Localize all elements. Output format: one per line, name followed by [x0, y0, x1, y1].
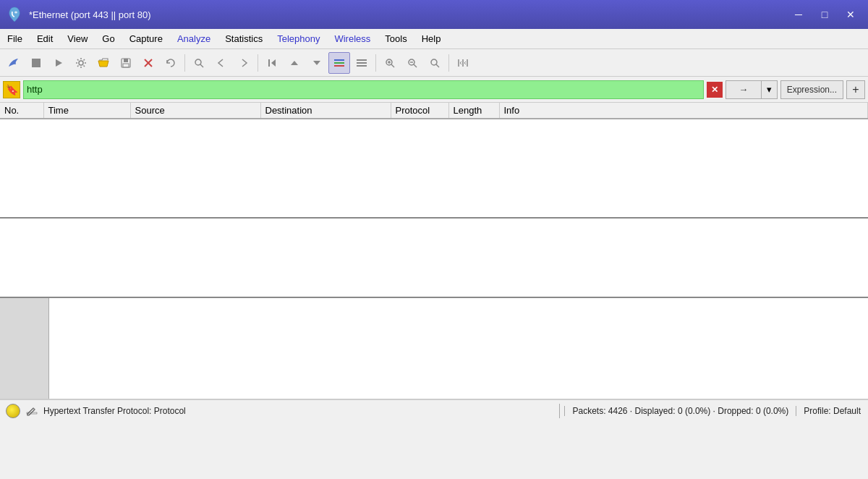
window-controls: ─ □ ✕	[787, 4, 862, 25]
expression-button[interactable]: Expression...	[780, 80, 843, 99]
status-protocol-text: Hypertext Transfer Protocol: Protocol	[43, 406, 186, 416]
filter-bookmark-button[interactable]: 🔖	[3, 81, 20, 98]
hex-content	[49, 298, 868, 399]
go-first-button[interactable]	[261, 52, 283, 74]
scroll-down-button[interactable]	[306, 52, 328, 74]
edit-capture-button[interactable]	[25, 404, 39, 418]
find-button[interactable]	[188, 52, 210, 74]
filter-apply-button[interactable]: →	[726, 80, 762, 99]
svg-rect-1	[32, 59, 41, 67]
col-header-time[interactable]: Time	[43, 103, 130, 119]
svg-point-2	[79, 61, 83, 65]
packet-table: No. Time Source Destination Protocol Len…	[0, 103, 868, 119]
col-header-destination[interactable]: Destination	[260, 103, 391, 119]
col-header-no[interactable]: No.	[0, 103, 43, 119]
toolbar	[0, 49, 868, 77]
filter-dropdown-button[interactable]: ▾	[762, 80, 778, 99]
stop-icon	[30, 57, 42, 69]
statusbar: Hypertext Transfer Protocol: Protocol Pa…	[0, 399, 868, 421]
menu-telephony[interactable]: Telephony	[270, 30, 327, 47]
maximize-button[interactable]: □	[813, 4, 836, 25]
toolbar-separator-3	[375, 54, 376, 72]
columns-icon	[356, 57, 367, 69]
reload-button[interactable]	[160, 52, 182, 74]
svg-rect-10	[268, 59, 270, 67]
menu-file[interactable]: File	[0, 30, 30, 47]
menu-help[interactable]: Help	[414, 30, 448, 47]
add-filter-button[interactable]: +	[846, 80, 865, 99]
svg-line-22	[414, 64, 417, 67]
go-back-button[interactable]	[210, 52, 232, 74]
menu-go[interactable]: Go	[95, 30, 122, 47]
shark-logo-button[interactable]	[3, 52, 25, 74]
colorize-icon	[333, 57, 345, 69]
colorize-button[interactable]	[328, 52, 350, 74]
hex-sidebar	[0, 298, 49, 399]
packet-list[interactable]: No. Time Source Destination Protocol Len…	[0, 103, 868, 219]
svg-rect-4	[124, 59, 128, 62]
svg-line-18	[391, 64, 394, 67]
svg-point-24	[431, 59, 437, 65]
save-button[interactable]	[115, 52, 137, 74]
svg-rect-5	[123, 64, 129, 67]
zoom-normal-button[interactable]	[424, 52, 446, 74]
close-file-button[interactable]	[137, 52, 159, 74]
scroll-up-button[interactable]	[284, 52, 305, 74]
restart-icon	[53, 57, 64, 69]
menu-edit[interactable]: Edit	[30, 30, 60, 47]
packet-detail[interactable]	[0, 219, 868, 298]
folder-open-icon	[98, 57, 109, 69]
menu-statistics[interactable]: Statistics	[218, 30, 270, 47]
status-divider-1	[559, 404, 560, 418]
toolbar-separator-2	[258, 54, 258, 72]
apply-arrow-icon: →	[739, 84, 748, 95]
column-prefs-button[interactable]	[351, 52, 373, 74]
zoom-out-icon	[407, 57, 418, 69]
pencil-icon	[26, 405, 38, 417]
filter-input[interactable]	[24, 84, 703, 95]
status-left: Hypertext Transfer Protocol: Protocol	[0, 404, 555, 418]
minimize-button[interactable]: ─	[787, 4, 810, 25]
menu-capture[interactable]: Capture	[122, 30, 170, 47]
chevron-down-icon: ▾	[767, 84, 772, 95]
capture-status-indicator	[6, 404, 20, 418]
resize-columns-icon	[457, 57, 469, 69]
menu-tools[interactable]: Tools	[378, 30, 414, 47]
packets-info: Packets: 4426 · Displayed: 0 (0.0%) · Dr…	[564, 406, 796, 416]
reload-icon	[165, 57, 176, 69]
col-header-protocol[interactable]: Protocol	[391, 103, 448, 119]
svg-rect-11	[334, 59, 344, 61]
col-header-length[interactable]: Length	[448, 103, 499, 119]
col-header-source[interactable]: Source	[130, 103, 260, 119]
svg-line-25	[436, 64, 439, 67]
zoom-out-button[interactable]	[401, 52, 423, 74]
open-file-button[interactable]	[93, 52, 114, 74]
save-icon	[120, 57, 132, 69]
back-arrow-icon	[216, 57, 227, 69]
shark-fin-icon	[7, 56, 21, 70]
table-header-row: No. Time Source Destination Protocol Len…	[0, 103, 868, 119]
close-file-icon	[142, 57, 154, 69]
forward-arrow-icon	[238, 57, 250, 69]
gear-icon	[75, 57, 87, 69]
svg-point-8	[195, 59, 201, 65]
menubar: File Edit View Go Capture Analyze Statis…	[0, 29, 868, 49]
titlebar: *Ethernet (port 443 || port 80) ─ □ ✕	[0, 0, 868, 29]
resize-columns-button[interactable]	[452, 52, 474, 74]
svg-rect-12	[334, 62, 344, 64]
svg-rect-15	[357, 62, 367, 64]
hex-view	[0, 298, 868, 399]
menu-wireless[interactable]: Wireless	[327, 30, 378, 47]
zoom-in-button[interactable]	[379, 52, 401, 74]
stop-capture-button[interactable]	[25, 52, 47, 74]
close-button[interactable]: ✕	[839, 4, 862, 25]
filter-clear-button[interactable]: ✕	[707, 82, 723, 98]
go-forward-button[interactable]	[233, 52, 255, 74]
restart-button[interactable]	[48, 52, 69, 74]
col-header-info[interactable]: Info	[499, 103, 868, 119]
capture-options-button[interactable]	[70, 52, 92, 74]
menu-view[interactable]: View	[60, 30, 95, 47]
window-title: *Ethernet (port 443 || port 80)	[29, 9, 787, 20]
svg-rect-13	[334, 65, 344, 67]
menu-analyze[interactable]: Analyze	[170, 30, 218, 47]
